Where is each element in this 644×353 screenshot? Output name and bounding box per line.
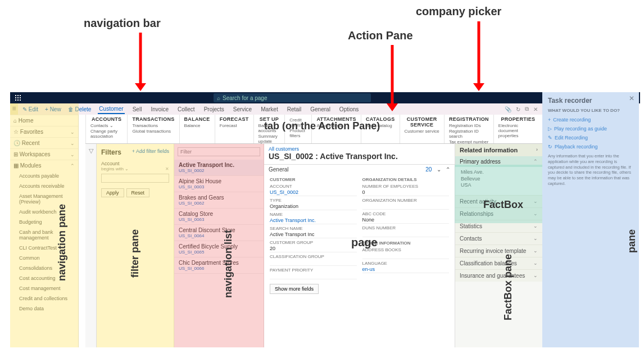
show-more-button[interactable]: Show more fields <box>270 284 319 294</box>
tab-projects[interactable]: Projects <box>203 105 225 114</box>
tab-collect[interactable]: Collect <box>176 105 196 114</box>
field-value[interactable] <box>362 252 450 259</box>
group-action[interactable]: Global transactions <box>132 129 174 134</box>
group-action[interactable]: Electronic document properties <box>498 123 538 138</box>
factbox-primary-address[interactable]: Primary address ⌃ <box>455 156 542 167</box>
factbox-section[interactable]: Statistics⌄ <box>455 220 542 232</box>
reset-button[interactable]: Reset <box>126 188 150 197</box>
edit-button[interactable]: ✎ Edit <box>22 106 38 112</box>
group-action[interactable]: Change party association <box>90 129 123 139</box>
tab-invoice[interactable]: Invoice <box>149 105 170 114</box>
list-item[interactable]: Brakes and GearsUS_SI_0062 <box>174 192 264 209</box>
group-action[interactable]: Contacts ⌄ <box>90 123 123 128</box>
group-action[interactable]: Registration IDs <box>449 123 489 128</box>
nav-toggle[interactable]: ≡ <box>10 103 18 115</box>
field-value[interactable]: 0 <box>362 189 450 196</box>
label-factbox-pane: FactBox pane <box>502 254 514 320</box>
group-action[interactable]: Registration ID search <box>449 129 489 139</box>
nav-workspaces[interactable]: ⊞ Workspaces⌄ <box>10 148 78 160</box>
list-item[interactable]: Catalog StoreUS_SI_0063 <box>174 209 264 225</box>
field-value[interactable]: Active Transport Inc. <box>270 217 357 224</box>
tab-options[interactable]: Options <box>338 105 360 114</box>
tab-general[interactable]: General <box>309 105 332 114</box>
annotation-nav-bar: navigation bar <box>84 17 161 30</box>
waffle-icon[interactable] <box>15 94 21 101</box>
list-item[interactable]: Active Transport Inc.US_SI_0002 <box>174 160 264 176</box>
apply-button[interactable]: Apply <box>101 188 124 197</box>
factbox-section[interactable]: Recent activity⌄ <box>455 195 542 207</box>
heading-org: ORGANIZATION DETAILS <box>362 177 450 182</box>
group-action[interactable]: Attachments <box>316 123 356 128</box>
nav-modules[interactable]: ▦ Modules⌃ <box>10 160 78 171</box>
popout-icon[interactable]: ⧉ <box>525 106 529 112</box>
field-value[interactable]: 20 <box>270 245 357 252</box>
nav-home[interactable]: ⌂ Home <box>10 115 78 126</box>
nav-favorites[interactable]: ☆ Favorites⌄ <box>10 126 78 137</box>
list-item[interactable]: Central Discount StoreUS_SI_0064 <box>174 225 264 241</box>
create-recording-link[interactable]: + Create recording <box>548 115 633 124</box>
group-action[interactable]: Transactions <box>132 123 174 128</box>
nav-recent[interactable]: 🕓 Recent⌄ <box>10 137 78 148</box>
group-action[interactable]: Forecast <box>220 123 249 128</box>
filter-value-input[interactable] <box>101 174 169 183</box>
playback-recording-link[interactable]: ↻ Playback recording <box>548 142 633 151</box>
factbox-section[interactable]: Relationships⌄ <box>455 207 542 220</box>
factbox-pane: Related information› Primary address ⌃ M… <box>455 144 542 347</box>
list-item[interactable]: Alpine Ski HouseUS_SI_0003 <box>174 176 264 192</box>
field-value[interactable]: US_SI_0002 <box>270 189 357 196</box>
group-action[interactable]: Summary update <box>258 134 280 144</box>
close-icon[interactable]: ✕ <box>533 106 538 112</box>
delete-button[interactable]: 🗑 Delete <box>68 106 92 112</box>
factbox-title[interactable]: Related information› <box>455 144 542 156</box>
field-value[interactable] <box>270 273 357 279</box>
list-item[interactable]: Chic Department StoresUS_SI_0066 <box>174 257 264 274</box>
field-value[interactable] <box>362 203 450 210</box>
module-item[interactable]: Demo data <box>10 304 78 314</box>
group-action[interactable]: Balance <box>184 123 210 128</box>
annotation-action-pane: Action Pane <box>348 29 413 42</box>
breadcrumb[interactable]: All customers <box>264 144 455 152</box>
tab-market[interactable]: Market <box>260 105 279 114</box>
page-title: US_SI_0002 : Active Transport Inc. <box>264 152 455 164</box>
global-search[interactable]: ⌕ Search for a page <box>214 93 371 102</box>
filter-condition[interactable]: begins with ⌄ ✕ <box>101 166 169 171</box>
tab-service[interactable]: Service <box>232 105 253 114</box>
tab-retail[interactable]: Retail <box>286 105 303 114</box>
module-item[interactable]: Accounts receivable <box>10 181 78 191</box>
tab-customer[interactable]: Customer <box>98 105 124 114</box>
group-action[interactable]: Customer service <box>405 129 439 134</box>
factbox-section[interactable]: Classification balances⌄ <box>455 257 542 269</box>
field-value[interactable]: Active Transport Inc <box>270 231 357 238</box>
play-recording-link[interactable]: ▷ Play recording as guide <box>548 124 633 133</box>
navigation-pane: ⌂ Home ☆ Favorites⌄ 🕓 Recent⌄ ⊞ Workspac… <box>10 115 79 347</box>
new-button[interactable]: + New <box>45 106 61 112</box>
field-value[interactable]: None <box>362 216 450 224</box>
field-value[interactable]: en-us <box>362 266 450 273</box>
attach-icon[interactable]: 📎 <box>505 106 511 112</box>
module-item[interactable]: Credit and collections <box>10 293 78 304</box>
group-action[interactable]: Credit cards <box>289 117 307 128</box>
close-icon[interactable]: ✕ <box>629 94 634 102</box>
edit-recording-link[interactable]: ✎ Edit Recording <box>548 133 633 142</box>
tab-sell[interactable]: Sell <box>131 105 143 114</box>
factbox-section[interactable]: Insurance and guarantees⌄ <box>455 269 542 282</box>
factbox-section[interactable]: Recurring invoice template⌄ <box>455 245 542 257</box>
field-value[interactable] <box>362 230 450 237</box>
add-filter-link[interactable]: + Add filter fields <box>132 148 169 154</box>
module-item[interactable]: Cost management <box>10 283 78 293</box>
taskpane-title: Task recorder <box>548 97 633 105</box>
group-action[interactable]: Bank accounts <box>258 123 280 133</box>
field-value[interactable] <box>270 259 357 266</box>
group-action[interactable]: Send catalog <box>366 123 395 128</box>
filter-toggle[interactable]: ▽ <box>85 144 97 347</box>
list-filter-input[interactable] <box>178 147 260 156</box>
module-item[interactable]: Accounts payable <box>10 171 78 181</box>
factbox-section[interactable]: Contacts⌄ <box>455 232 542 245</box>
filter-field-label: Account <box>101 161 169 166</box>
section-general[interactable]: General 20 ⌄ ⌃ <box>264 164 455 174</box>
list-item[interactable]: Certified Bicycle SupplyUS_SI_0065 <box>174 241 264 257</box>
svg-marker-5 <box>387 103 398 111</box>
field-value[interactable]: Organization <box>270 203 357 210</box>
refresh-icon[interactable]: ↻ <box>516 106 520 112</box>
group-action[interactable]: Product filters <box>289 128 307 138</box>
